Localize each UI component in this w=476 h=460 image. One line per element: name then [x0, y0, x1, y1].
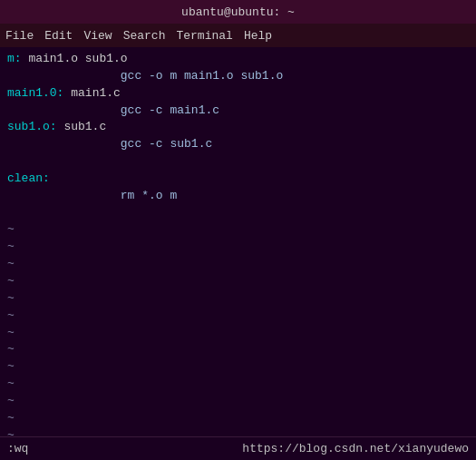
terminal-line: ~ [7, 376, 469, 393]
terminal-line [7, 153, 469, 171]
window-title: ubantu@ubuntu: ~ [181, 5, 295, 19]
terminal-line: rm *.o m [7, 188, 469, 205]
url-text: https://blog.csdn.net/xianyudewo [242, 442, 469, 455]
menu-item-edit[interactable]: Edit [44, 29, 73, 43]
terminal-line: ~ [7, 290, 469, 308]
title-bar: ubantu@ubuntu: ~ [0, 0, 476, 24]
menu-bar: FileEditViewSearchTerminalHelp [0, 24, 476, 47]
terminal-line: ~ [7, 273, 469, 290]
terminal-line: gcc -o m main1.o sub1.o [7, 68, 469, 85]
terminal-line: clean: [7, 171, 469, 188]
terminal-line: ~ [7, 308, 469, 325]
terminal-content: m: main1.o sub1.o gcc -o m main1.o sub1.… [0, 47, 476, 436]
menu-item-search[interactable]: Search [123, 29, 166, 43]
terminal-line: ~ [7, 239, 469, 256]
terminal-line: ~ [7, 410, 469, 427]
terminal-line: main1.0: main1.c [7, 85, 469, 103]
terminal-line: sub1.o: sub1.c [7, 119, 469, 136]
terminal-line: ~ [7, 358, 469, 376]
menu-item-view[interactable]: View [83, 29, 112, 43]
menu-item-file[interactable]: File [5, 29, 34, 43]
terminal-line: gcc -c main1.c [7, 103, 469, 120]
vim-command: :wq [7, 442, 28, 455]
terminal-line [7, 205, 469, 222]
terminal-line: gcc -c sub1.c [7, 136, 469, 153]
menu-item-terminal[interactable]: Terminal [176, 29, 232, 43]
terminal-line: m: main1.o sub1.o [7, 51, 469, 68]
terminal-line: ~ [7, 256, 469, 273]
terminal-line: ~ [7, 341, 469, 358]
menu-item-help[interactable]: Help [244, 29, 272, 43]
terminal-line: ~ [7, 393, 469, 410]
status-bar: :wq https://blog.csdn.net/xianyudewo [0, 436, 476, 460]
terminal-line: ~ [7, 427, 469, 436]
terminal-line: ~ [7, 325, 469, 342]
terminal-line: ~ [7, 221, 469, 239]
